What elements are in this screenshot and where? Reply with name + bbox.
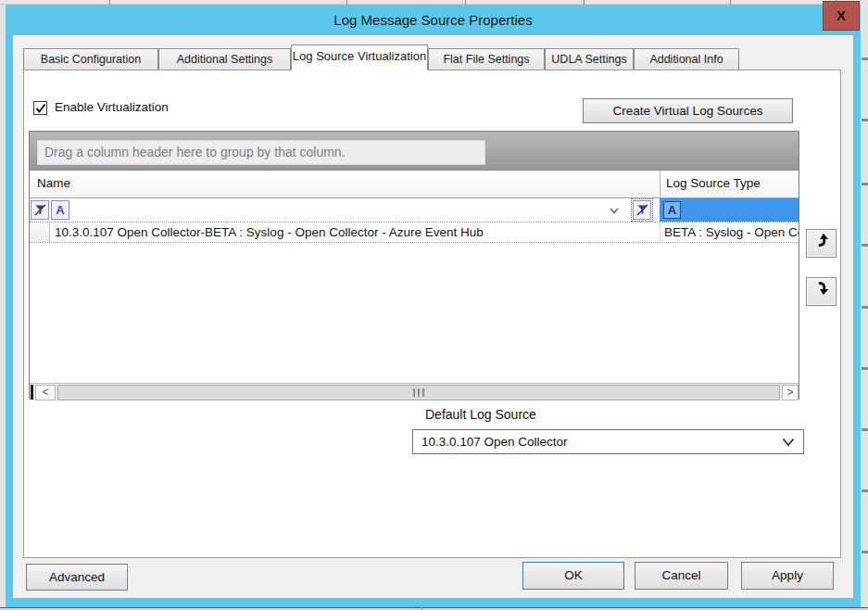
filter-funnel-slash-icon [636,204,648,216]
horizontal-scrollbar: < > [30,383,799,400]
default-log-source-value: 10.3.0.107 Open Collector [421,435,568,449]
check-icon [35,103,46,114]
scroll-right-icon: > [786,386,793,399]
filter-dropdown-chevron-icon[interactable] [607,203,622,218]
cancel-button[interactable]: Cancel [635,562,728,590]
log-message-source-properties-dialog: Log Message Source Properties X Basic Co… [6,5,861,607]
tab-additional-info[interactable]: Additional Info [634,48,739,70]
tab-udla-settings[interactable]: UDLA Settings [545,48,634,70]
column-header-log-source-type[interactable]: Log Source Type [666,176,761,190]
name-filter-input[interactable] [71,201,604,219]
text-filter-letter-icon: A [663,201,681,219]
ok-button[interactable]: OK [522,562,624,590]
tab-flat-file-settings[interactable]: Flat File Settings [428,48,545,70]
group-by-bar[interactable]: Drag a column header here to group by th… [30,132,799,171]
enable-virtualization-checkbox[interactable] [33,101,47,115]
dialog-title-bar[interactable]: Log Message Source Properties [6,5,861,35]
move-down-button[interactable] [806,277,837,306]
apply-filter-button[interactable] [633,200,651,220]
clear-filter-button[interactable] [31,200,49,220]
default-log-source-label: Default Log Source [425,407,536,422]
log-source-type-filter-cell-selected[interactable]: A [660,198,799,222]
grid-header-row: Name Log Source Type [30,171,799,198]
create-virtual-log-sources-button[interactable]: Create Virtual Log Sources [583,98,793,123]
tab-log-source-virtualization[interactable]: Log Source Virtualization [291,44,428,70]
curved-arrow-down-icon [813,280,830,297]
column-header-name[interactable]: Name [37,176,70,190]
background-row-line [862,244,868,247]
column-divider [660,222,660,242]
background-row-line [862,551,868,553]
background-row-line [862,489,868,492]
default-log-source-dropdown[interactable]: 10.3.0.107 Open Collector [412,429,804,454]
scrollbar-splitter-handle[interactable] [31,385,33,400]
enable-virtualization-label: Enable Virtualization [55,100,169,114]
scroll-left-button[interactable]: < [35,385,56,400]
background-row-line [862,367,868,370]
cell-log-source-type[interactable]: BETA : Syslog - Open Collect [664,225,799,239]
cell-name[interactable]: 10.3.0.107 Open Collector-BETA : Syslog … [55,225,657,239]
column-divider[interactable] [660,171,660,198]
scroll-left-icon: < [42,386,48,399]
row-indicator-cell[interactable] [30,222,50,242]
apply-button[interactable]: Apply [741,562,834,590]
close-button[interactable]: X [823,1,860,31]
tab-additional-settings[interactable]: Additional Settings [158,48,291,70]
move-up-button[interactable] [806,229,837,258]
screenshot-canvas: Log Message Source Properties X Basic Co… [0,0,868,610]
background-row-line [862,183,868,185]
dialog-title: Log Message Source Properties [333,12,532,28]
background-row-line [862,57,868,60]
group-by-hint: Drag a column header here to group by th… [37,140,485,165]
background-row-line [862,119,868,121]
tab-page-log-source-virtualization: Enable Virtualization Create Virtual Log… [23,70,841,558]
filter-funnel-slash-icon [34,204,46,216]
background-row-line [862,306,868,309]
text-filter-letter-icon[interactable]: A [51,200,69,220]
scroll-right-button[interactable]: > [782,385,799,400]
grid-filter-row: A A [30,198,799,222]
chevron-down-icon [782,438,795,447]
curved-arrow-up-icon [813,232,830,248]
thumb-grip [418,388,420,397]
background-window-right-strip [861,0,868,610]
background-row-line [862,428,868,431]
thumb-grip [413,388,415,397]
scrollbar-thumb[interactable] [57,385,780,400]
thumb-grip [422,388,424,397]
close-icon: X [837,7,846,23]
dialog-client-area: Basic Configuration Additional Settings … [13,35,853,598]
virtual-log-sources-grid: Drag a column header here to group by th… [29,131,799,400]
grid-data-row[interactable]: 10.3.0.107 Open Collector-BETA : Syslog … [30,222,799,243]
tab-basic-configuration[interactable]: Basic Configuration [23,48,158,70]
advanced-button[interactable]: Advanced [26,564,128,591]
